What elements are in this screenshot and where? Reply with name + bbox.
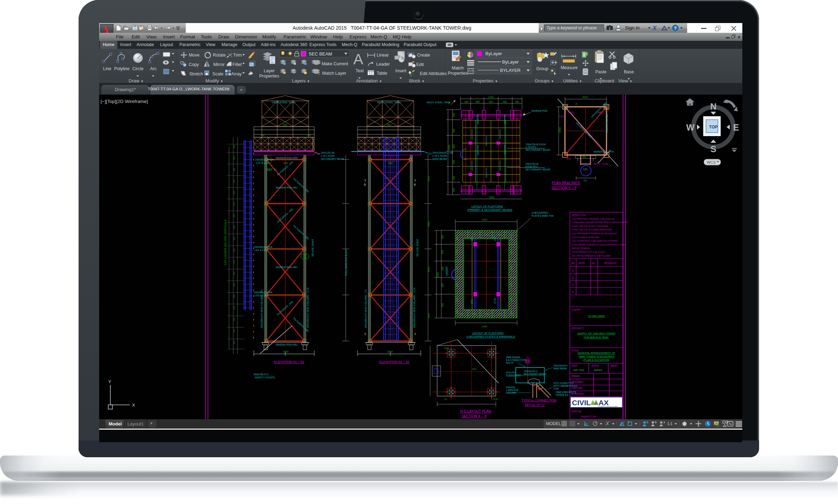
svg-text:2250: 2250 [488, 96, 494, 98]
svg-text:450: 450 [476, 101, 480, 103]
svg-text:DWG No.: DWG No. [572, 410, 582, 413]
svg-text:300: 300 [233, 248, 235, 252]
svg-text:1400: 1400 [482, 218, 487, 221]
svg-text:RELEVANT DRAWINGS.: RELEVANT DRAWINGS. [572, 247, 590, 249]
svg-text:900: 900 [387, 123, 391, 126]
svg-text:?: ? [674, 25, 677, 31]
svg-text:300: 300 [233, 237, 235, 240]
svg-text:900: 900 [284, 162, 288, 165]
svg-text:2050: 2050 [436, 272, 439, 277]
svg-text:CP4: CP4 [510, 309, 513, 313]
svg-text:65x65x6 RSA HB1: 65x65x6 RSA HB1 [276, 343, 297, 346]
svg-text:600: 600 [453, 160, 455, 164]
svg-text:600: 600 [453, 176, 455, 180]
svg-text:SAFETY HOOPS: SAFETY HOOPS [255, 376, 275, 379]
svg-text:CHEQUERED: CHEQUERED [531, 211, 549, 214]
svg-text:150x75 PFC: 150x75 PFC [477, 114, 479, 125]
svg-text:CP3: CP3 [456, 297, 458, 302]
svg-text:150x90x10.3: 150x90x10.3 [524, 370, 537, 372]
svg-text:CIVIL: CIVIL [572, 399, 591, 407]
svg-text:300: 300 [233, 283, 235, 287]
svg-text:CP2: CP2 [460, 313, 464, 315]
svg-text:SMS750 FLT: SMS750 FLT [253, 373, 269, 376]
svg-text:Y: Y [364, 179, 366, 182]
svg-text:3000: 3000 [427, 313, 430, 318]
svg-text:3000: 3000 [427, 176, 430, 181]
svg-text:CP4: CP4 [510, 297, 513, 302]
svg-text:450: 450 [441, 266, 444, 270]
svg-text:GENERAL NOTES: GENERAL NOTES [572, 214, 586, 216]
svg-text:SECTION X – X: SECTION X – X [462, 414, 487, 418]
svg-text:GRADE 8.8: GRADE 8.8 [556, 394, 568, 396]
svg-text:45x3Y STEEL TANK: 45x3Y STEEL TANK [377, 101, 401, 104]
svg-text:ELEVATION 02 – 02: ELEVATION 02 – 02 [379, 360, 409, 364]
svg-text:CP1: CP1 [472, 234, 477, 236]
svg-text:G1B: G1B [493, 398, 498, 400]
svg-text:(PRIMARY & SECONDARY BEAMS: (PRIMARY & SECONDARY BEAMS [467, 208, 512, 212]
svg-text:G1B: G1B [444, 347, 449, 349]
svg-text:DATE: DATE [579, 262, 585, 264]
svg-text:450: 450 [441, 250, 444, 254]
svg-text:300: 300 [233, 156, 235, 160]
svg-text:CP2: CP2 [497, 313, 502, 315]
svg-text:TYPICAL CONNECTION: TYPICAL CONNECTION [521, 399, 556, 402]
svg-text:Y: Y [414, 179, 416, 182]
svg-text:BYLAYER: BYLAYER [500, 68, 521, 73]
svg-text:SPLICE JOINT: SPLICE JOINT [311, 239, 314, 257]
svg-text:300: 300 [233, 225, 235, 229]
svg-text:W: W [686, 123, 694, 132]
svg-text:150x90x10 RSA: 150x90x10 RSA [255, 158, 274, 161]
svg-text:M2X1: M2X1 [598, 111, 604, 114]
svg-text:SECONDARY BEAM: SECONDARY BEAM [524, 373, 546, 375]
svg-text:8) THIS DRAWING TO BE READ IN: 8) THIS DRAWING TO BE READ IN CONJUNCTIO… [572, 244, 626, 246]
svg-text:300x300x4.5 SHS COLUMN - C1X: 300x300x4.5 SHS COLUMN - C1X [413, 288, 416, 328]
svg-text:Y: Y [364, 332, 366, 336]
svg-text:CP4: CP4 [510, 282, 513, 287]
svg-text:CP1: CP1 [485, 234, 489, 236]
svg-text:3MØ GRADE: 3MØ GRADE [506, 356, 520, 358]
svg-text:AX: AX [598, 399, 609, 407]
svg-text:CP4: CP4 [510, 266, 513, 270]
svg-text:7) ALL SYSTEM HOLES TO BE AS E: 7) ALL SYSTEM HOLES TO BE AS ERECTED ON … [572, 240, 618, 242]
svg-text:CP1: CP1 [509, 234, 514, 236]
svg-text:FOR: FOR [553, 387, 558, 390]
svg-text:3000: 3000 [448, 144, 450, 150]
svg-text:SPLICE JOINT: SPLICE JOINT [416, 239, 419, 257]
svg-text:CP2: CP2 [485, 313, 489, 315]
svg-text:600: 600 [453, 188, 455, 192]
svg-text:VARIES: VARIES [594, 369, 602, 371]
svg-text:150x75 PFC: 150x75 PFC [504, 144, 506, 155]
svg-text:STIFFENERS: STIFFENERS [506, 374, 521, 377]
svg-text:CP4: CP4 [510, 236, 513, 240]
svg-text:450: 450 [441, 303, 444, 307]
svg-text:45x3Y STEEL TANK: 45x3Y STEEL TANK [427, 101, 450, 104]
svg-text:100x90x10 RSA: 100x90x10 RSA [253, 245, 272, 249]
svg-text:3000: 3000 [427, 221, 430, 227]
svg-text:240x125 UB: 240x125 UB [321, 151, 335, 154]
svg-text:REVISION: REVISION [604, 262, 616, 264]
svg-text:A: A [572, 269, 574, 272]
svg-text:HD1: HD1 [472, 368, 477, 370]
svg-text:K2Y1: K2Y1 [568, 111, 574, 114]
svg-text:300x300x4.5 SHS COLUMN - C1: 300x300x4.5 SHS COLUMN - C1 [364, 289, 367, 328]
svg-text:PLATES 6MM THK: PLATES 6MM THK [531, 214, 554, 217]
svg-text:N: N [448, 102, 450, 104]
svg-text:300x300x4.5 SHS COLUMN - C1: 300x300x4.5 SHS COLUMN - C1 [260, 289, 263, 328]
svg-text:65x65x6 RSA HB1: 65x65x6 RSA HB1 [606, 114, 608, 133]
svg-text:150x75 PFC: 150x75 PFC [485, 136, 487, 147]
svg-text:300: 300 [233, 294, 235, 298]
svg-text:FOR 6M3 ELN TANK.: FOR 6M3 ELN TANK. [584, 336, 609, 339]
svg-text:RCC1: RCC1 [594, 163, 600, 165]
svg-text:PROJECT:: PROJECT: [571, 327, 584, 330]
svg-text:E: E [733, 123, 739, 132]
svg-text:STIX GUSSET PLT: STIX GUSSET PLT [553, 382, 574, 384]
svg-text:450: 450 [441, 235, 444, 239]
svg-text:9) THIS DRAWING IS NOT TO BE S: 9) THIS DRAWING IS NOT TO BE SCALED . [572, 251, 605, 253]
svg-text:VR2M STEEL TANK: VR2M STEEL TANK [272, 101, 295, 104]
svg-text:LAYOUT OF PLATFORM: LAYOUT OF PLATFORM [472, 332, 503, 335]
svg-text:LAYOUT OF PLATFORM: LAYOUT OF PLATFORM [471, 205, 503, 208]
svg-text:65x65x6 RSA HB1: 65x65x6 RSA HB1 [276, 266, 297, 269]
svg-text:x 25.1 KG/M: x 25.1 KG/M [432, 154, 447, 157]
svg-text:C1Y2: C1Y2 [559, 115, 565, 118]
svg-text:GJ WILLIAMS: GJ WILLIAMS [588, 314, 605, 318]
